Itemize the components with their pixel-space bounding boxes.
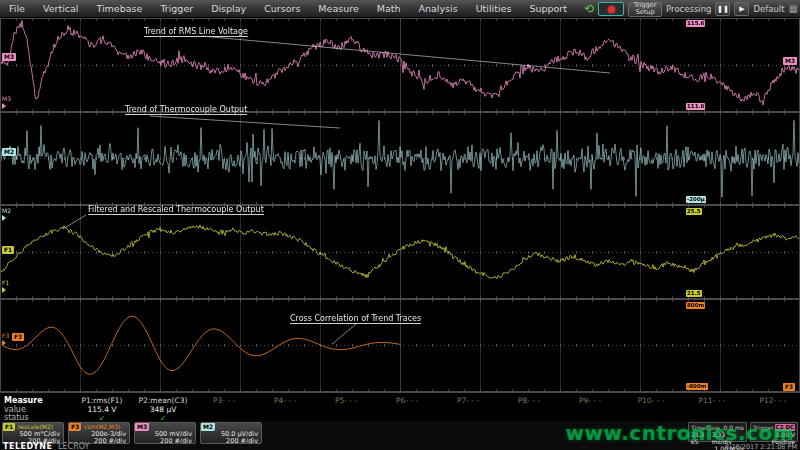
measure-col-p11[interactable]: P11- - - bbox=[682, 393, 742, 405]
default-label: Default bbox=[753, 4, 784, 14]
scale-tag: 800m bbox=[686, 302, 705, 309]
descriptor-hscale: 200 #/div bbox=[94, 438, 126, 444]
measure-header[interactable]: P10- - - bbox=[621, 396, 681, 405]
brand-lecroy: LECROY bbox=[58, 442, 89, 450]
menu-display[interactable]: Display bbox=[202, 3, 255, 14]
descriptor-f1[interactable]: F1rescale(M2)500 m°C/div200 #/div bbox=[2, 422, 64, 444]
menu-vertical[interactable]: Vertical bbox=[34, 3, 88, 14]
measure-header[interactable]: P8- - - bbox=[499, 396, 559, 405]
menu-utilities[interactable]: Utilities bbox=[467, 3, 521, 14]
measure-header[interactable]: P11- - - bbox=[682, 396, 742, 405]
measure-col-p1[interactable]: P1:rms(F1)115.4 V✓ bbox=[72, 393, 132, 423]
trace-badge-f1[interactable]: F1 bbox=[2, 246, 14, 254]
menu-timebase[interactable]: Timebase bbox=[87, 3, 151, 14]
triangle-icon bbox=[2, 287, 6, 293]
watermark: www.cntronics.com bbox=[566, 421, 794, 445]
measure-col-p7[interactable]: P7- - - bbox=[438, 393, 498, 405]
scale-tag: 115.6 bbox=[686, 20, 705, 27]
menu-trigger[interactable]: Trigger bbox=[151, 3, 202, 14]
descriptor-m2[interactable]: M250.0 µV/div200 #/div bbox=[200, 422, 262, 444]
trigger-setup-button[interactable]: Trigger Setup bbox=[628, 2, 662, 17]
top-toolbar: ⟲ Trigger Setup Processing ❚❚ ▶ Default … bbox=[584, 0, 798, 18]
trace-badge-f3[interactable]: F3 bbox=[12, 333, 24, 341]
menu-support[interactable]: Support bbox=[520, 3, 576, 14]
measure-header[interactable]: P3- - - bbox=[194, 396, 254, 405]
descriptor-hscale: 200 #/div bbox=[160, 438, 192, 444]
measure-value: 348 µV bbox=[133, 405, 193, 414]
measure-table: MeasurevaluestatusP1:rms(F1)115.4 V✓P2:m… bbox=[0, 392, 800, 422]
trace-annotation-4: Cross Correlation of Trend Traces bbox=[290, 314, 421, 324]
oscilloscope-screen: FileVerticalTimebaseTriggerDisplayCursor… bbox=[0, 0, 800, 450]
measure-header[interactable]: P4- - - bbox=[255, 396, 315, 405]
measure-col-p10[interactable]: P10- - - bbox=[621, 393, 681, 405]
trace-badge-f3[interactable]: F3 bbox=[783, 383, 795, 391]
triangle-icon bbox=[2, 103, 6, 109]
triangle-icon bbox=[2, 215, 6, 221]
measure-header[interactable]: P6- - - bbox=[377, 396, 437, 405]
measure-rowlabel-Measure: Measure bbox=[4, 396, 43, 405]
descriptor-tab[interactable]: F3 bbox=[69, 423, 81, 431]
menu-measure[interactable]: Measure bbox=[309, 3, 367, 14]
menu-file[interactable]: File bbox=[0, 3, 34, 14]
trace-level-marker-f3[interactable]: F3 bbox=[2, 333, 9, 346]
measure-col-p2[interactable]: P2:mean(C3)348 µV✓ bbox=[133, 393, 193, 423]
trace-level-marker-m3[interactable]: M3 bbox=[2, 96, 11, 109]
measure-col-p9[interactable]: P9- - - bbox=[560, 393, 620, 405]
scale-tag: -800m bbox=[686, 383, 708, 390]
menu-bar: FileVerticalTimebaseTriggerDisplayCursor… bbox=[0, 0, 800, 18]
descriptor-tab[interactable]: M3 bbox=[135, 423, 149, 431]
menu-math[interactable]: Math bbox=[368, 3, 410, 14]
trace-badge-m3[interactable]: M3 bbox=[783, 57, 797, 65]
descriptor-m3[interactable]: M3500 mV/div200 #/div bbox=[134, 422, 196, 444]
measure-col-p8[interactable]: P8- - - bbox=[499, 393, 559, 405]
scale-tag: 111.6 bbox=[686, 103, 705, 110]
record-stop-button[interactable] bbox=[598, 2, 624, 16]
play-button[interactable]: ▶ bbox=[734, 2, 749, 16]
measure-col-p12[interactable]: P12- - - bbox=[743, 393, 800, 405]
grid-layout-icon[interactable]: ▦ bbox=[789, 3, 798, 15]
measure-header[interactable]: P2:mean(C3) bbox=[133, 396, 193, 405]
brand-teledyne: TELEDYNE bbox=[3, 442, 53, 450]
record-icon bbox=[608, 6, 615, 13]
measure-col-p4[interactable]: P4- - - bbox=[255, 393, 315, 405]
measure-header[interactable]: P12- - - bbox=[743, 396, 800, 405]
measure-col-p5[interactable]: P5- - - bbox=[316, 393, 376, 405]
trace-annotation-1: Trend of RMS Line Voltage bbox=[144, 27, 248, 37]
descriptor-tab[interactable]: M2 bbox=[201, 423, 215, 431]
pause-button[interactable]: ❚❚ bbox=[715, 2, 730, 16]
scale-tag: -200µ bbox=[686, 196, 706, 203]
measure-value: 115.4 V bbox=[72, 405, 132, 414]
scale-tag: 21.5 bbox=[686, 290, 702, 297]
processing-label: Processing bbox=[666, 4, 711, 14]
measure-header[interactable]: P7- - - bbox=[438, 396, 498, 405]
trace-level-marker-m2[interactable]: M2 bbox=[2, 208, 11, 221]
menu-analysis[interactable]: Analysis bbox=[410, 3, 467, 14]
menu-items: FileVerticalTimebaseTriggerDisplayCursor… bbox=[0, 0, 576, 17]
trace-badge-m2[interactable]: M2 bbox=[2, 148, 16, 156]
trigger-setup-label-2: Setup bbox=[636, 9, 655, 16]
descriptor-f3[interactable]: F3corr(M2,M3)200e-3/div200 #/div bbox=[68, 422, 130, 444]
descriptor-tab[interactable]: F1 bbox=[3, 423, 15, 431]
trace-level-marker-f1[interactable]: F1 bbox=[2, 280, 9, 293]
bottom-bar: F1rescale(M2)500 m°C/div200 #/divF3corr(… bbox=[0, 421, 800, 450]
measure-header[interactable]: P1:rms(F1) bbox=[72, 396, 132, 405]
measure-col-p6[interactable]: P6- - - bbox=[377, 393, 437, 405]
measure-header[interactable]: P9- - - bbox=[560, 396, 620, 405]
history-undo-icon[interactable]: ⟲ bbox=[584, 2, 594, 16]
measure-col-p3[interactable]: P3- - - bbox=[194, 393, 254, 405]
brand-logo: TELEDYNE LECROY bbox=[3, 443, 89, 450]
scale-tag: 25.5 bbox=[686, 208, 702, 215]
triangle-icon bbox=[2, 340, 6, 346]
trace-annotation-2: Trend of Thermocouple Output bbox=[125, 105, 247, 115]
trace-annotation-3: Filtered and Rescaled Thermocouple Outpu… bbox=[88, 205, 264, 215]
trace-badge-m3[interactable]: M3 bbox=[2, 53, 16, 61]
measure-header[interactable]: P5- - - bbox=[316, 396, 376, 405]
menu-cursors[interactable]: Cursors bbox=[255, 3, 309, 14]
descriptor-hscale: 200 #/div bbox=[226, 438, 258, 444]
